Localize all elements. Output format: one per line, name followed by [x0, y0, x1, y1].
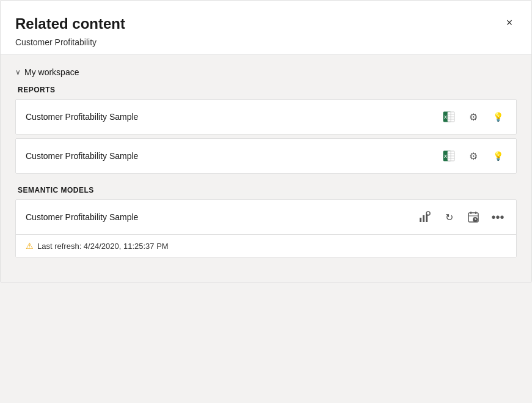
semantic-models-list: Customer Profitability Sample +	[15, 199, 517, 257]
workspace-header[interactable]: ∨ My workspace	[15, 67, 517, 77]
refresh-text: Last refresh: 4/24/2020, 11:25:37 PM	[37, 242, 169, 251]
schedule-icon[interactable]	[465, 209, 482, 226]
reports-section-label: REPORTS	[15, 86, 517, 94]
panel-header: Related content Customer Profitability ×	[1, 1, 531, 55]
insights-icon[interactable]: 💡	[489, 108, 506, 125]
excel-icon[interactable]: X	[440, 147, 457, 165]
panel-body: ∨ My workspace REPORTS Customer Profitab…	[1, 55, 531, 282]
workspace-section: ∨ My workspace REPORTS Customer Profitab…	[15, 67, 517, 257]
chevron-icon: ∨	[15, 68, 21, 76]
refresh-icon[interactable]: ↻	[440, 209, 457, 226]
report-item: Customer Profitability Sample X	[15, 138, 517, 174]
panel-title: Related content	[15, 15, 517, 32]
workspace-label: My workspace	[24, 67, 79, 77]
report-item-name: Customer Profitability Sample	[26, 151, 138, 161]
panel-subtitle: Customer Profitability	[15, 37, 517, 47]
excel-icon[interactable]: X	[440, 108, 457, 125]
related-content-panel: Related content Customer Profitability ×…	[0, 0, 532, 283]
reports-list: Customer Profitability Sample X	[15, 99, 517, 174]
warning-icon: ⚠	[26, 241, 34, 251]
svg-text:X: X	[444, 115, 447, 119]
report-item-name: Customer Profitability Sample	[26, 112, 138, 122]
svg-text:X: X	[444, 154, 447, 158]
settings-icon[interactable]: ⚙	[465, 147, 482, 165]
semantic-section-label: SEMANTIC MODELS	[15, 186, 517, 194]
analyze-icon[interactable]: +	[416, 209, 433, 226]
report-item-actions: X ⚙ 💡	[440, 108, 506, 125]
semantic-item-name: Customer Profitability Sample	[26, 212, 138, 222]
report-item-actions: X ⚙ 💡	[440, 147, 506, 165]
svg-rect-14	[420, 218, 421, 222]
svg-rect-15	[423, 215, 425, 222]
semantic-item: Customer Profitability Sample +	[16, 200, 516, 235]
report-item: Customer Profitability Sample X	[15, 99, 517, 135]
semantic-item-actions: + ↻	[416, 209, 506, 226]
refresh-notice: ⚠ Last refresh: 4/24/2020, 11:25:37 PM	[16, 235, 516, 257]
insights-icon[interactable]: 💡	[489, 147, 506, 165]
settings-icon[interactable]: ⚙	[465, 108, 482, 125]
close-button[interactable]: ×	[500, 13, 519, 32]
more-options-icon[interactable]: •••	[489, 209, 506, 226]
